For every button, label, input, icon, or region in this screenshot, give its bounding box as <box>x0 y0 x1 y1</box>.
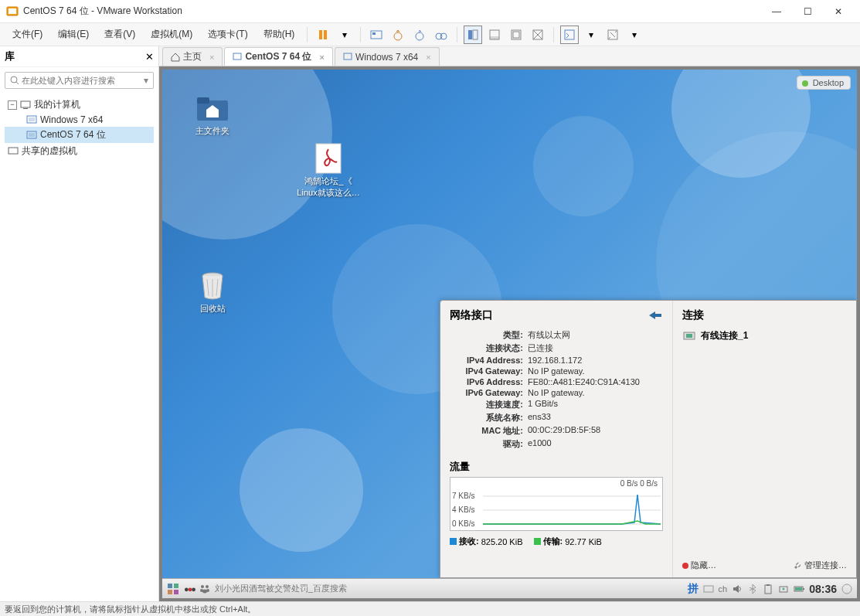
vmware-statusbar: 要返回到您的计算机，请将鼠标指针从虚拟机中移出或按 Ctrl+Alt。 <box>0 601 860 616</box>
svg-rect-44 <box>168 590 172 594</box>
computer-icon <box>20 100 31 110</box>
connections-title: 连接 <box>682 308 847 322</box>
menu-tabs[interactable]: 选项卡(T) <box>200 25 255 44</box>
tree-my-computer[interactable]: −我的计算机 <box>5 97 154 113</box>
desktop-pdf-file[interactable]: 鸿鹄论坛_《 Linux就该这么… <box>294 143 363 199</box>
tab-centos[interactable]: CentOS 7 64 位× <box>224 47 332 66</box>
collapse-icon[interactable]: − <box>8 100 17 110</box>
volume-icon[interactable] <box>732 584 743 594</box>
paw-icon[interactable] <box>199 584 210 594</box>
svg-point-59 <box>842 584 852 594</box>
user-menu-icon[interactable] <box>841 584 852 594</box>
menu-view[interactable]: 查看(V) <box>97 25 143 44</box>
svg-rect-2 <box>319 30 322 39</box>
manage-connections-link[interactable]: 管理连接… <box>793 560 847 571</box>
svg-rect-42 <box>168 584 172 588</box>
ime-indicator[interactable]: 拼 <box>688 582 699 596</box>
library-sidebar: 库 ✕ ▾ −我的计算机 Windows 7 x64 CentOS 7 64 位… <box>0 46 159 601</box>
battery-icon[interactable] <box>794 584 804 594</box>
svg-rect-26 <box>29 133 35 137</box>
bluetooth-icon[interactable] <box>747 584 758 594</box>
stretch-button[interactable] <box>603 26 622 44</box>
close-icon[interactable]: × <box>209 53 214 62</box>
search-icon <box>10 76 19 85</box>
minimize-button[interactable]: ― <box>761 1 792 22</box>
snapshot-button[interactable] <box>389 26 407 44</box>
net-ipv4-gateway: No IP gateway. <box>528 366 663 376</box>
sidebar-close-icon[interactable]: ✕ <box>145 51 154 63</box>
rx-value: 825.20 KiB <box>481 537 523 546</box>
stretch-dropdown[interactable]: ▾ <box>625 26 644 44</box>
connection-item[interactable]: 有线连接_1 <box>682 328 847 342</box>
svg-rect-21 <box>21 101 30 107</box>
net-ipv4-address: 192.168.1.172 <box>528 356 663 365</box>
svg-point-47 <box>206 585 209 588</box>
svg-rect-1 <box>8 9 16 14</box>
guest-screen[interactable]: Desktop 主文件夹 鸿鹄论坛_《 Linux就该这么… 回收站 网络接口 <box>162 70 857 598</box>
tab-win7[interactable]: Windows 7 x64× <box>335 47 440 66</box>
svg-point-46 <box>201 585 204 588</box>
close-icon[interactable]: × <box>319 53 324 62</box>
svg-rect-29 <box>344 53 352 60</box>
menu-help[interactable]: 帮助(H) <box>256 25 303 44</box>
send-cad-button[interactable] <box>367 26 386 44</box>
tree-centos[interactable]: CentOS 7 64 位 <box>5 127 154 143</box>
revert-button[interactable] <box>410 26 429 44</box>
taskbar-search-hint[interactable]: 刘小光因酒驾被交警处罚_百度搜索 <box>215 583 347 594</box>
vm-icon <box>343 53 352 62</box>
net-ipv6-gateway: No IP gateway. <box>528 388 663 397</box>
view-single-button[interactable] <box>464 26 482 44</box>
clipboard-icon[interactable] <box>763 584 773 594</box>
flow-stats: 接收:825.20 KiB 传输:92.77 KiB <box>450 536 663 547</box>
network-panel-title: 网络接口 <box>450 308 663 322</box>
snapshot-manager-button[interactable] <box>432 26 450 44</box>
menu-edit[interactable]: 编辑(E) <box>50 25 97 44</box>
net-type: 有线以太网 <box>528 329 663 341</box>
network-tray-icon[interactable] <box>778 584 789 594</box>
workspace-dots-icon[interactable]: ●●● <box>184 584 195 594</box>
close-button[interactable]: ✕ <box>823 1 854 22</box>
flow-title: 流量 <box>450 460 663 474</box>
network-panel: 网络接口 类型:有线以太网 连接状态:已连接 IPv4 Address:192.… <box>440 300 857 578</box>
wrench-icon <box>793 561 802 570</box>
svg-rect-41 <box>686 334 692 338</box>
console-button[interactable] <box>560 26 579 44</box>
tab-home[interactable]: 主页× <box>162 47 223 66</box>
keyboard-icon[interactable] <box>703 584 714 594</box>
pause-button[interactable] <box>314 26 332 44</box>
tree-shared[interactable]: 共享的虚拟机 <box>5 143 154 159</box>
svg-rect-27 <box>8 148 18 154</box>
home-icon <box>171 53 180 62</box>
library-search[interactable]: ▾ <box>5 72 154 89</box>
menu-file[interactable]: 文件(F) <box>5 25 50 44</box>
console-dropdown[interactable]: ▾ <box>582 26 600 44</box>
view-thumb-button[interactable] <box>485 26 504 44</box>
desktop-trash[interactable]: 回收站 <box>178 271 247 315</box>
svg-rect-52 <box>765 585 771 594</box>
svg-rect-5 <box>372 32 376 35</box>
desktop-home-folder[interactable]: 主文件夹 <box>178 93 247 137</box>
search-dropdown-icon[interactable]: ▾ <box>144 75 148 86</box>
svg-rect-15 <box>513 32 519 38</box>
maximize-button[interactable]: ☐ <box>792 1 823 22</box>
net-state: 已连接 <box>528 342 663 354</box>
flow-chart: 0 B/s 0 B/s 7 KB/s 4 KB/s 0 KB/s <box>450 477 663 531</box>
clock[interactable]: 08:36 <box>809 583 837 595</box>
sidebar-header: 库 ✕ <box>0 46 158 67</box>
lang-indicator[interactable]: ch <box>719 584 728 594</box>
computer-icon <box>8 147 19 156</box>
search-input[interactable] <box>22 76 144 85</box>
workspace-badge[interactable]: Desktop <box>797 76 851 90</box>
svg-point-55 <box>783 587 785 590</box>
tree-win7[interactable]: Windows 7 x64 <box>5 113 154 127</box>
power-dropdown[interactable]: ▾ <box>335 26 354 44</box>
hide-link[interactable]: 隐藏… <box>682 560 716 571</box>
svg-rect-13 <box>490 36 499 39</box>
svg-rect-28 <box>233 53 241 60</box>
menu-vm[interactable]: 虚拟机(M) <box>143 25 200 44</box>
apps-menu-icon[interactable] <box>167 583 179 595</box>
fullscreen-button[interactable] <box>507 26 525 44</box>
close-icon[interactable]: × <box>426 53 430 62</box>
unity-button[interactable] <box>529 26 547 44</box>
back-arrow-icon[interactable] <box>648 310 663 321</box>
